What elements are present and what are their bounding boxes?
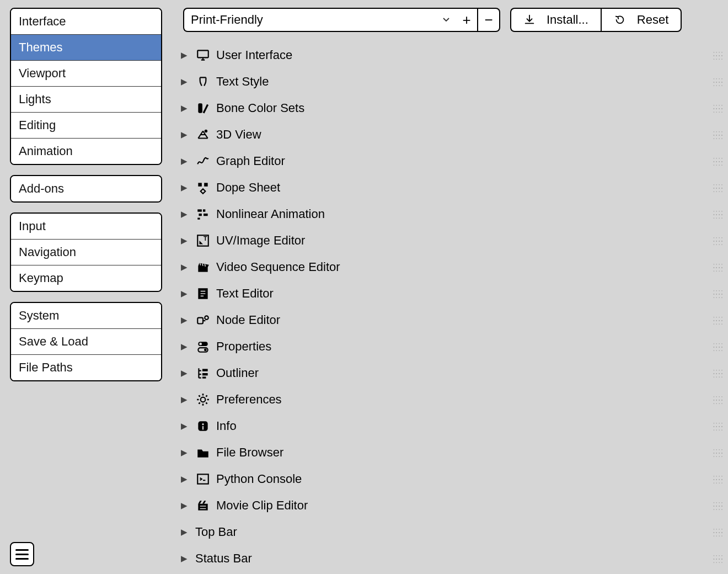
- clapper-icon: [194, 260, 212, 274]
- category-label: Graph Editor: [216, 154, 285, 168]
- sidebar-group: InterfaceThemesViewportLightsEditingAnim…: [10, 8, 162, 165]
- outliner-icon: [194, 366, 212, 380]
- drag-handle-icon[interactable]: ::::::::: [713, 343, 724, 350]
- category-3d-view[interactable]: ▶3D View::::::::: [171, 121, 728, 148]
- drag-handle-icon[interactable]: ::::::::: [713, 396, 724, 403]
- sidebar-item-keymap[interactable]: Keymap: [11, 265, 161, 291]
- reset-icon: [614, 14, 626, 26]
- svg-rect-4: [204, 183, 208, 187]
- category-user-interface[interactable]: ▶User Interface::::::::: [171, 42, 728, 68]
- category-label: Text Editor: [216, 286, 274, 301]
- disclosure-triangle-icon: ▶: [181, 236, 192, 246]
- svg-point-2: [205, 130, 207, 132]
- drag-handle-icon[interactable]: ::::::::: [713, 158, 724, 164]
- disclosure-triangle-icon: ▶: [181, 209, 192, 219]
- drag-handle-icon[interactable]: ::::::::: [713, 502, 724, 509]
- svg-rect-9: [197, 218, 200, 220]
- sidebar-group: Add-ons: [10, 175, 162, 203]
- hamburger-menu-button[interactable]: [10, 542, 34, 566]
- disclosure-triangle-icon: ▶: [181, 50, 192, 60]
- sidebar-item-editing[interactable]: Editing: [11, 113, 161, 139]
- graph-icon: [194, 154, 212, 168]
- drag-handle-icon[interactable]: ::::::::: [713, 264, 724, 270]
- category-file-browser[interactable]: ▶File Browser::::::::: [171, 439, 728, 466]
- theme-toolbar: Print-Friendly + − Install...: [171, 0, 728, 40]
- theme-preset-dropdown[interactable]: Print-Friendly: [183, 8, 456, 32]
- category-movie-clip-editor[interactable]: ▶Movie Clip Editor::::::::: [171, 492, 728, 519]
- sidebar-item-interface[interactable]: Interface: [11, 9, 161, 35]
- category-outliner[interactable]: ▶Outliner::::::::: [171, 360, 728, 386]
- svg-rect-20: [202, 373, 208, 375]
- preset-remove-button[interactable]: −: [478, 8, 500, 32]
- category-label: Movie Clip Editor: [216, 498, 308, 513]
- category-dope-sheet[interactable]: ▶Dope Sheet::::::::: [171, 174, 728, 201]
- drag-handle-icon[interactable]: ::::::::: [713, 476, 724, 482]
- sidebar-item-label: Themes: [19, 40, 62, 54]
- svg-point-16: [199, 343, 202, 346]
- movie-icon: [194, 498, 212, 513]
- drag-handle-icon[interactable]: ::::::::: [713, 449, 724, 456]
- category-info[interactable]: ▶Info::::::::: [171, 413, 728, 439]
- sidebar-item-input[interactable]: Input: [11, 214, 161, 240]
- disclosure-triangle-icon: ▶: [181, 421, 192, 431]
- category-label: Properties: [216, 339, 271, 354]
- svg-text:T: T: [204, 235, 207, 242]
- category-preferences[interactable]: ▶Preferences::::::::: [171, 386, 728, 413]
- sidebar-item-file-paths[interactable]: File Paths: [11, 355, 161, 380]
- svg-rect-7: [199, 214, 201, 216]
- drag-handle-icon[interactable]: ::::::::: [713, 317, 724, 323]
- drag-handle-icon[interactable]: ::::::::: [713, 237, 724, 244]
- category-text-style[interactable]: ▶Text Style::::::::: [171, 68, 728, 95]
- svg-rect-8: [204, 214, 208, 216]
- drag-handle-icon[interactable]: ::::::::: [713, 423, 724, 429]
- category-node-editor[interactable]: ▶Node Editor::::::::: [171, 307, 728, 333]
- reset-theme-button[interactable]: Reset: [601, 8, 682, 32]
- disclosure-triangle-icon: ▶: [181, 103, 192, 113]
- drag-handle-icon[interactable]: ::::::::: [713, 370, 724, 376]
- drag-handle-icon[interactable]: ::::::::: [713, 131, 724, 138]
- category-top-bar[interactable]: ▶Top Bar::::::::: [171, 519, 728, 545]
- sidebar-item-label: Editing: [19, 118, 56, 132]
- minus-icon: −: [484, 12, 493, 29]
- category-python-console[interactable]: ▶Python Console::::::::: [171, 466, 728, 492]
- sidebar-item-save-load[interactable]: Save & Load: [11, 329, 161, 355]
- svg-rect-27: [198, 504, 207, 511]
- category-nonlinear-animation[interactable]: ▶Nonlinear Animation::::::::: [171, 201, 728, 227]
- drag-handle-icon[interactable]: ::::::::: [713, 105, 724, 111]
- drag-handle-icon[interactable]: ::::::::: [713, 529, 724, 535]
- category-text-editor[interactable]: ▶Text Editor::::::::: [171, 280, 728, 307]
- svg-rect-25: [202, 426, 204, 430]
- category-bone-color-sets[interactable]: ▶Bone Color Sets::::::::: [171, 95, 728, 121]
- preset-add-button[interactable]: +: [456, 8, 478, 32]
- drag-handle-icon[interactable]: ::::::::: [713, 290, 724, 297]
- category-video-sequence-editor[interactable]: ▶Video Sequence Editor::::::::: [171, 254, 728, 280]
- disclosure-triangle-icon: ▶: [181, 554, 192, 564]
- preferences-main: Print-Friendly + − Install...: [171, 0, 728, 574]
- category-label: Python Console: [216, 472, 302, 486]
- drag-handle-icon[interactable]: ::::::::: [713, 78, 724, 85]
- sidebar-item-system[interactable]: System: [11, 303, 161, 329]
- drag-handle-icon[interactable]: ::::::::: [713, 52, 724, 59]
- drag-handle-icon[interactable]: ::::::::: [713, 184, 724, 191]
- sidebar-item-navigation[interactable]: Navigation: [11, 240, 161, 265]
- drag-handle-icon[interactable]: ::::::::: [713, 555, 724, 562]
- category-status-bar[interactable]: ▶Status Bar::::::::: [171, 545, 728, 572]
- drag-handle-icon[interactable]: ::::::::: [713, 211, 724, 217]
- sidebar-item-label: Navigation: [19, 245, 76, 259]
- svg-rect-5: [197, 209, 202, 211]
- sidebar-item-animation[interactable]: Animation: [11, 139, 161, 164]
- sidebar-item-add-ons[interactable]: Add-ons: [11, 176, 161, 201]
- sidebar-item-lights[interactable]: Lights: [11, 87, 161, 113]
- category-graph-editor[interactable]: ▶Graph Editor::::::::: [171, 148, 728, 174]
- sidebar-item-label: Interface: [19, 14, 66, 28]
- svg-point-24: [202, 423, 204, 425]
- svg-rect-0: [197, 50, 208, 57]
- sidebar-item-themes[interactable]: Themes: [11, 35, 161, 61]
- sidebar-item-viewport[interactable]: Viewport: [11, 61, 161, 87]
- category-properties[interactable]: ▶Properties::::::::: [171, 333, 728, 360]
- sidebar-item-label: Viewport: [19, 66, 66, 80]
- install-theme-button[interactable]: Install...: [510, 8, 601, 32]
- info-icon: [194, 419, 212, 433]
- category-uv-image-editor[interactable]: ▶TUV/Image Editor::::::::: [171, 227, 728, 254]
- disclosure-triangle-icon: ▶: [181, 183, 192, 193]
